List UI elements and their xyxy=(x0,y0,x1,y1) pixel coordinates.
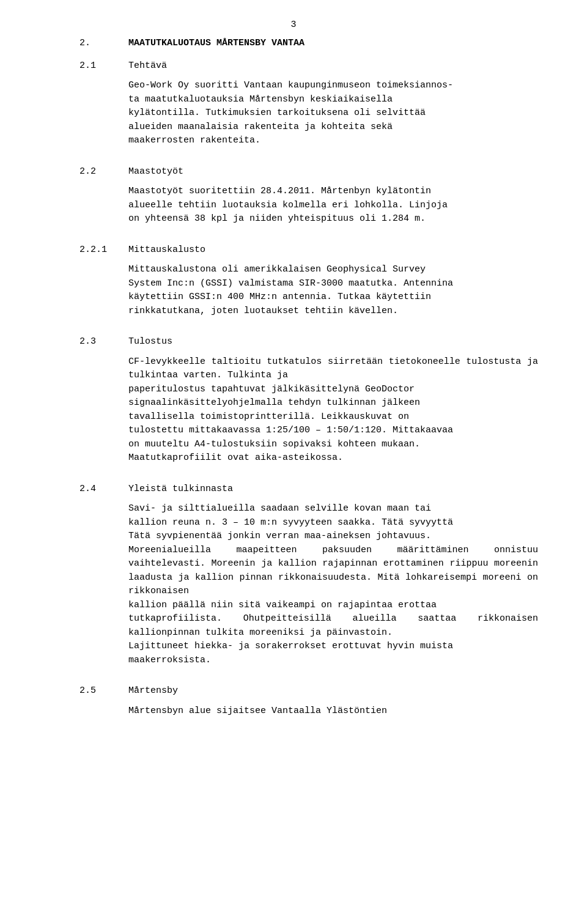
subsection-2-4-header: 2.4 Yleistä tulkinnasta xyxy=(79,482,538,497)
subsection-2-5: 2.5 Mårtensby Mårtensbyn alue sijaitsee … xyxy=(79,684,538,718)
subsection-2-2-1: 2.2.1 Mittauskalusto Mittauskalustona ol… xyxy=(79,243,538,319)
subsection-2-2-number: 2.2 xyxy=(79,165,128,179)
subsection-2-5-header: 2.5 Mårtensby xyxy=(79,684,538,698)
para-2-1-1: Geo-Work Oy suoritti Vantaan kaupunginmu… xyxy=(128,79,538,148)
subsection-2-2-1-header: 2.2.1 Mittauskalusto xyxy=(79,243,538,257)
subsection-2-4-number: 2.4 xyxy=(79,482,128,497)
subsection-2-1-body: Geo-Work Oy suoritti Vantaan kaupunginmu… xyxy=(128,79,538,148)
section-2: 2. MAATUTKALUOTAUS MÅRTENSBY VANTAA 2.1 … xyxy=(79,37,538,718)
subsection-2-3: 2.3 Tulostus CF-levykkeelle taltioitu tu… xyxy=(79,335,538,465)
subsection-2-5-number: 2.5 xyxy=(79,684,128,698)
subsection-2-3-title: Tulostus xyxy=(128,335,172,349)
subsection-2-4-title: Yleistä tulkinnasta xyxy=(128,482,233,497)
para-2-2-1: Maastotyöt suoritettiin 28.4.2011. Mårte… xyxy=(128,185,538,226)
subsection-2-2-1-body: Mittauskalustona oli amerikkalaisen Geop… xyxy=(128,263,538,318)
section-header: 2. MAATUTKALUOTAUS MÅRTENSBY VANTAA xyxy=(79,37,538,51)
para-2-3-1: CF-levykkeelle taltioitu tutkatulos siir… xyxy=(128,355,538,465)
subsection-2-3-header: 2.3 Tulostus xyxy=(79,335,538,349)
subsection-2-1-title: Tehtävä xyxy=(128,59,167,73)
subsection-2-2-1-number: 2.2.1 xyxy=(79,243,128,257)
subsection-2-4: 2.4 Yleistä tulkinnasta Savi- ja silttia… xyxy=(79,482,538,668)
para-2-5-1: Mårtensbyn alue sijaitsee Vantaalla Yläs… xyxy=(128,704,538,719)
subsection-2-5-title: Mårtensby xyxy=(128,684,178,698)
section-2-title: MAATUTKALUOTAUS MÅRTENSBY VANTAA xyxy=(128,37,305,51)
page: 3 2. MAATUTKALUOTAUS MÅRTENSBY VANTAA 2.… xyxy=(0,0,587,924)
subsection-2-2-title: Maastotyöt xyxy=(128,165,183,179)
subsection-2-3-body: CF-levykkeelle taltioitu tutkatulos siir… xyxy=(128,355,538,465)
subsection-2-1: 2.1 Tehtävä Geo-Work Oy suoritti Vantaan… xyxy=(79,59,538,148)
subsection-2-2-1-title: Mittauskalusto xyxy=(128,243,205,257)
para-2-4-1: Savi- ja silttialueilla saadaan selville… xyxy=(128,502,538,667)
subsection-2-4-body: Savi- ja silttialueilla saadaan selville… xyxy=(128,502,538,667)
subsection-2-3-number: 2.3 xyxy=(79,335,128,349)
subsection-2-2: 2.2 Maastotyöt Maastotyöt suoritettiin 2… xyxy=(79,165,538,226)
subsection-2-1-header: 2.1 Tehtävä xyxy=(79,59,538,73)
subsection-2-1-number: 2.1 xyxy=(79,59,128,73)
subsection-2-2-body: Maastotyöt suoritettiin 28.4.2011. Mårte… xyxy=(128,185,538,226)
section-2-number: 2. xyxy=(79,37,128,51)
subsection-2-5-body: Mårtensbyn alue sijaitsee Vantaalla Yläs… xyxy=(128,704,538,719)
para-2-2-1-1: Mittauskalustona oli amerikkalaisen Geop… xyxy=(128,263,538,318)
page-number: 3 xyxy=(290,18,296,32)
subsection-2-2-header: 2.2 Maastotyöt xyxy=(79,165,538,179)
